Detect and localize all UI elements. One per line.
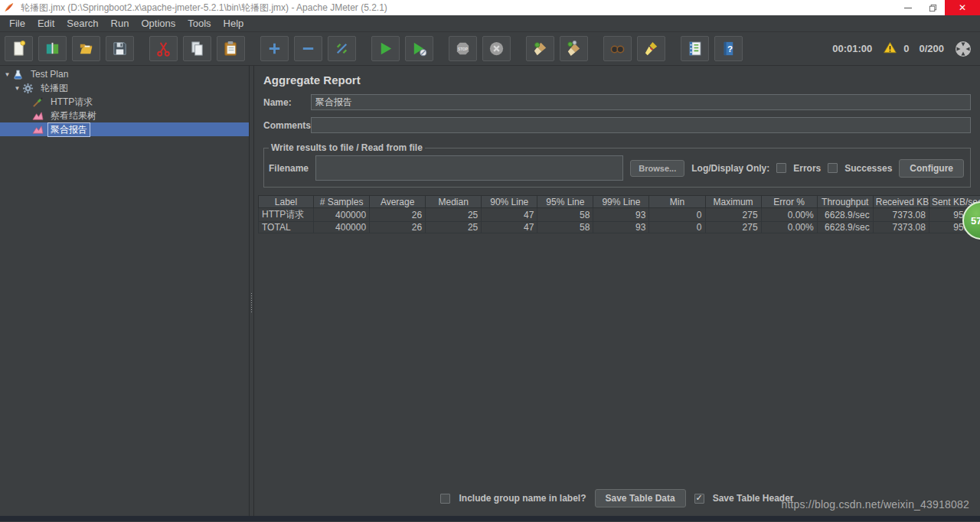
minimize-button[interactable] [896,0,920,15]
name-input[interactable] [311,94,971,110]
warning-count: 0 [903,43,909,54]
successes-checkbox[interactable] [828,163,838,173]
tree-item-test-plan[interactable]: ▼Test Plan [0,67,249,81]
save-button[interactable] [106,36,134,61]
search-reset-button[interactable] [637,36,665,61]
function-helper-button[interactable] [681,36,709,61]
column-header[interactable]: 99% Line [593,196,649,208]
table-cell: 25 [426,208,482,222]
column-header[interactable]: Median [426,196,482,208]
tree-item-view-results-tree[interactable]: 察看结果树 [0,109,249,122]
name-label: Name: [263,97,311,108]
include-group-checkbox[interactable] [440,494,450,504]
menu-bar: FileEditSearchRunOptionsToolsHelp [0,15,980,32]
include-group-label: Include group name in label? [459,493,586,504]
new-button[interactable] [5,36,33,61]
configure-button[interactable]: Configure [899,159,964,178]
warning-icon[interactable] [882,41,898,57]
remote-status-icon[interactable] [954,40,972,58]
search-icon [609,40,626,57]
stop-button[interactable]: STOP [449,36,477,61]
browse-button[interactable]: Browse... [630,160,684,177]
table-cell: 93 [593,222,649,233]
thread-count: 0/200 [919,43,944,54]
save-table-data-button[interactable]: Save Table Data [595,489,686,507]
restore-button[interactable] [920,0,945,15]
column-header[interactable]: Min [649,196,705,208]
column-header[interactable]: 90% Line [482,196,537,208]
search-button[interactable] [603,36,632,61]
menu-options[interactable]: Options [135,16,181,31]
watermark-link[interactable]: https://blog.csdn.net/weixin_43918082 [781,498,969,511]
expander-icon[interactable]: ▼ [2,71,12,78]
tree-item-thread-group[interactable]: ▼轮播图 [0,81,249,95]
save-table-header-checkbox[interactable] [694,494,704,504]
column-header[interactable]: 95% Line [537,196,593,208]
splitter-grip-icon[interactable] [250,292,253,312]
menu-edit[interactable]: Edit [31,16,60,31]
table-cell: 25 [426,222,482,233]
comments-row: Comments: [263,117,971,133]
csdn-badge-count: 57 [971,215,980,227]
menu-file[interactable]: File [3,16,31,31]
filename-label: Filename [269,163,309,174]
menu-search[interactable]: Search [60,16,104,31]
tree-item-label: HTTP请求 [47,95,96,109]
paste-button[interactable] [217,36,245,61]
help-icon: ? [720,40,737,57]
table-cell: 7373.08 [873,208,929,222]
column-header[interactable]: Average [370,196,426,208]
clear-all-button[interactable] [560,36,588,61]
collapse-all-button[interactable] [294,36,322,61]
table-cell: 7373.08 [873,222,929,233]
table-cell: 275 [705,208,761,222]
write-results-section: Write results to file / Read from file F… [263,142,971,188]
expander-icon[interactable]: ▼ [12,85,22,92]
expand-all-button[interactable] [260,36,289,61]
start-no-pauses-button[interactable] [405,36,433,61]
svg-text:?: ? [727,44,733,54]
menu-tools[interactable]: Tools [181,16,217,31]
svg-text:STOP: STOP [458,47,469,51]
toggle-button[interactable] [328,36,356,61]
column-header[interactable]: Received KB/... [873,196,929,208]
templates-button[interactable] [38,36,67,61]
errors-checkbox[interactable] [776,163,786,173]
results-tree-icon [32,110,44,122]
column-header[interactable]: # Samples [314,196,370,208]
menu-run[interactable]: Run [105,16,136,31]
close-button[interactable]: ✕ [945,0,980,15]
table-body: HTTP请求400000262547589302750.00%6628.9/se… [259,208,980,233]
aggregate-report-icon [32,124,44,135]
start-button[interactable] [371,36,400,61]
table-cell: 6628.9/sec [817,222,873,233]
errors-label: Errors [793,163,821,174]
tree-panel: ▼Test Plan▼轮播图HTTP请求察看结果树聚合报告 [0,66,249,516]
table-cell: 26 [370,208,426,222]
copy-button[interactable] [183,36,211,61]
filename-input[interactable] [315,155,623,181]
clear-button[interactable] [526,36,554,61]
toolbar: STOP? 00:01:00 0 0/200 [0,32,980,66]
column-header[interactable]: Label [259,196,314,208]
search-reset-icon [642,40,660,57]
tree-item-aggregate-report[interactable]: 聚合报告 [0,122,249,136]
table-cell: 275 [705,222,761,233]
panel-splitter[interactable] [249,66,254,516]
clear-icon [531,40,549,57]
cut-icon [155,40,172,57]
cut-button[interactable] [149,36,178,61]
column-header[interactable]: Maximum [705,196,761,208]
table-cell: 400000 [314,208,370,222]
menu-help[interactable]: Help [217,16,250,31]
comments-input[interactable] [311,117,971,133]
toolbar-status: 00:01:00 0 0/200 [832,40,972,58]
tree-item-http-request[interactable]: HTTP请求 [0,95,249,109]
shutdown-button[interactable] [482,36,511,61]
column-header[interactable]: Throughput [817,196,873,208]
open-button[interactable] [72,36,100,61]
help-button[interactable]: ? [714,36,743,61]
column-header[interactable]: Error % [761,196,817,208]
table-cell: 6628.9/sec [817,208,873,222]
table-cell: 47 [482,208,537,222]
